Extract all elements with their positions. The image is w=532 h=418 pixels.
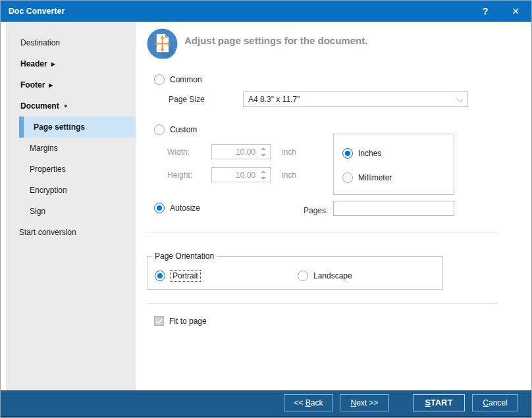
bottom-action-bar: << Back Next >> START Cancel: [1, 390, 532, 416]
inches-radio[interactable]: Inches: [342, 148, 381, 159]
divider: [147, 232, 498, 232]
sidebar-item-margins[interactable]: Margins: [6, 138, 136, 159]
radio-unchecked-icon: [154, 74, 165, 85]
sidebar-item-label: Encryption: [30, 186, 67, 195]
close-button[interactable]: ✕: [502, 1, 529, 22]
doc-converter-window: Doc Converter ? ✕ Destination Header ▶ F…: [0, 0, 532, 418]
page-orientation-groupbox: Page Orientation Portrait Landscape: [147, 251, 443, 290]
sidebar-item-header[interactable]: Header ▶: [6, 53, 136, 74]
millimeter-radio[interactable]: Millimeter: [342, 172, 392, 183]
sidebar-item-page-settings[interactable]: Page settings: [19, 117, 136, 138]
sidebar: Destination Header ▶ Footer ▶ Document ▼…: [6, 22, 136, 390]
fit-to-page-label: Fit to page: [169, 317, 207, 326]
page-orientation-legend: Page Orientation: [152, 251, 217, 261]
portrait-radio-label: Portrait: [171, 271, 200, 281]
inches-radio-label: Inches: [358, 149, 381, 158]
sidebar-item-label: Header: [20, 59, 47, 68]
sidebar-item-label: Document: [20, 101, 59, 111]
width-value: 10.00: [236, 147, 255, 157]
checkbox-checked-icon: [154, 316, 164, 326]
units-groupbox: Inches Millimeter: [333, 134, 454, 195]
radio-unchecked-icon: [342, 172, 353, 183]
radio-checked-icon: [342, 148, 353, 159]
page-settings-icon: [147, 28, 178, 59]
spinner-arrows-icon[interactable]: [259, 169, 267, 181]
common-radio[interactable]: Common: [154, 74, 202, 85]
sidebar-item-label: Destination: [20, 38, 60, 47]
height-label: Height:: [167, 170, 192, 180]
custom-radio-label: Custom: [170, 125, 197, 134]
width-unit-label: inch: [282, 147, 296, 157]
fit-to-page-checkbox[interactable]: Fit to page: [154, 316, 207, 326]
radio-checked-icon: [154, 203, 165, 213]
titlebar: Doc Converter ? ✕: [1, 1, 532, 22]
pages-input[interactable]: [333, 201, 454, 216]
chevron-right-icon: ▶: [51, 61, 55, 67]
chevron-right-icon: ▶: [49, 82, 53, 88]
spinner-arrows-icon[interactable]: [259, 146, 267, 158]
landscape-radio[interactable]: Landscape: [298, 271, 352, 281]
sidebar-item-encryption[interactable]: Encryption: [6, 180, 136, 201]
page-title: Adjust page settings for the document.: [184, 35, 367, 46]
sidebar-item-document[interactable]: Document ▼: [6, 95, 136, 117]
millimeter-radio-label: Millimeter: [358, 173, 392, 182]
sidebar-item-sign[interactable]: Sign: [6, 201, 136, 222]
landscape-radio-label: Landscape: [313, 271, 352, 280]
page-size-value: A4 8.3" x 11.7": [248, 95, 300, 104]
help-button[interactable]: ?: [472, 1, 498, 22]
height-value: 10.00: [236, 170, 255, 180]
width-label: Width:: [167, 147, 190, 157]
window-title: Doc Converter: [1, 7, 65, 16]
custom-radio[interactable]: Custom: [154, 124, 197, 135]
common-radio-label: Common: [170, 75, 202, 84]
sidebar-item-label: Page settings: [34, 122, 85, 132]
sidebar-item-start-conversion[interactable]: Start conversion: [6, 222, 136, 243]
radio-unchecked-icon: [154, 124, 165, 135]
sidebar-item-label: Sign: [30, 207, 45, 216]
height-unit-label: inch: [282, 170, 296, 180]
divider: [147, 303, 498, 304]
autosize-radio[interactable]: Autosize: [154, 203, 200, 213]
start-button[interactable]: START: [413, 394, 465, 411]
chevron-down-icon: ▼: [63, 103, 68, 109]
next-button[interactable]: Next >>: [340, 394, 389, 411]
back-button[interactable]: << Back: [284, 394, 333, 411]
cancel-button[interactable]: Cancel: [472, 394, 518, 411]
sidebar-item-label: Start conversion: [19, 228, 76, 237]
pages-label: Pages:: [304, 206, 328, 215]
sidebar-item-footer[interactable]: Footer ▶: [6, 74, 136, 95]
page-size-dropdown[interactable]: A4 8.3" x 11.7": [243, 91, 468, 107]
autosize-radio-label: Autosize: [170, 203, 200, 213]
radio-checked-icon: [155, 271, 165, 281]
sidebar-item-destination[interactable]: Destination: [6, 32, 136, 53]
page-size-label: Page Size: [169, 95, 205, 104]
sidebar-item-label: Properties: [30, 165, 66, 174]
sidebar-item-properties[interactable]: Properties: [6, 159, 136, 180]
radio-unchecked-icon: [298, 271, 308, 281]
portrait-radio[interactable]: Portrait: [155, 271, 200, 281]
height-spinner[interactable]: 10.00: [211, 167, 271, 182]
main-panel: Adjust page settings for the document. C…: [136, 22, 532, 390]
chevron-down-icon: [457, 97, 462, 102]
width-spinner[interactable]: 10.00: [211, 144, 271, 159]
sidebar-item-label: Margins: [30, 144, 58, 153]
sidebar-item-label: Footer: [20, 80, 45, 90]
